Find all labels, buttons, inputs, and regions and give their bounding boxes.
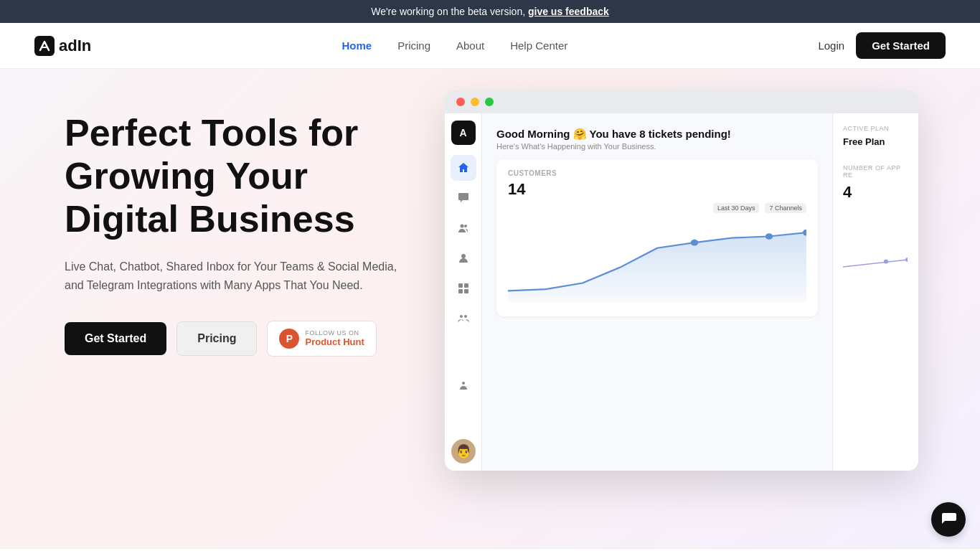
greeting-section: Good Morning 🤗 You have 8 tickets pendin… — [496, 128, 818, 151]
banner-link[interactable]: give us feedback — [528, 6, 609, 17]
banner-text: We're working on the beta version, — [371, 6, 525, 17]
num-app-chart — [843, 249, 908, 273]
sidebar-logo: A — [451, 121, 476, 145]
hero-right: A — [445, 69, 980, 548]
nav-about[interactable]: About — [456, 39, 484, 52]
nav-pricing[interactable]: Pricing — [397, 39, 430, 52]
hero-subtitle: Live Chat, Chatbot, Shared Inbox for You… — [65, 258, 402, 294]
navbar-actions: Login Get Started — [818, 32, 946, 59]
customers-badge2: 7 Channels — [765, 203, 806, 213]
logo-text: adIn — [59, 37, 91, 55]
product-hunt-name: Product Hunt — [305, 336, 364, 347]
hero-buttons: Get Started Pricing P FOLLOW US ON Produ… — [65, 321, 402, 357]
chart-area — [508, 213, 806, 306]
customers-badge1: Last 30 Days — [713, 203, 760, 213]
get-started-nav-button[interactable]: Get Started — [856, 32, 946, 59]
svg-point-3 — [461, 254, 466, 258]
customers-meta: Last 30 Days 7 Channels — [508, 203, 806, 213]
svg-point-12 — [765, 233, 773, 240]
sidebar-team-icon[interactable] — [451, 215, 476, 241]
svg-point-11 — [691, 240, 698, 246]
chat-bubble-button[interactable] — [931, 502, 966, 537]
product-hunt-button[interactable]: P FOLLOW US ON Product Hunt — [267, 321, 376, 357]
dashboard-sidebar: A — [445, 113, 482, 471]
svg-point-1 — [460, 225, 463, 228]
dashboard-window: A — [445, 90, 918, 471]
greeting-sub: Here's What's Happening with Your Busine… — [496, 142, 818, 151]
chat-bubble-icon — [941, 512, 956, 527]
get-started-hero-button[interactable]: Get Started — [65, 322, 166, 355]
svg-point-8 — [460, 315, 463, 318]
svg-rect-7 — [464, 289, 468, 293]
window-titlebar — [445, 90, 918, 113]
dashboard-right-panel: Active Plan Free Plan NUMBER OF APP RE 4 — [832, 113, 918, 471]
customers-chart — [508, 213, 806, 306]
greeting-text: Good Morning 🤗 You have 8 tickets pendin… — [496, 128, 818, 141]
svg-rect-0 — [34, 36, 55, 56]
pricing-button[interactable]: Pricing — [176, 321, 257, 356]
nav-help-center[interactable]: Help Center — [510, 39, 567, 52]
sidebar-apps-icon[interactable] — [451, 276, 476, 301]
main-content: Perfect Tools for Growing Your Digital B… — [0, 69, 980, 548]
num-app-label: NUMBER OF APP RE — [843, 164, 908, 179]
sidebar-home-icon[interactable] — [451, 155, 476, 181]
dashboard-main: Good Morning 🤗 You have 8 tickets pendin… — [482, 113, 832, 471]
svg-point-2 — [464, 225, 467, 227]
svg-rect-6 — [458, 289, 463, 293]
logo-icon — [34, 36, 55, 56]
customers-card: CUSTOMERS 14 Last 30 Days 7 Channels — [496, 159, 818, 316]
logo[interactable]: adIn — [34, 36, 91, 56]
dashboard-cards: CUSTOMERS 14 Last 30 Days 7 Channels — [496, 159, 818, 316]
navbar: adIn Home Pricing About Help Center Logi… — [0, 23, 980, 69]
svg-point-10 — [462, 382, 465, 385]
customers-value: 14 — [508, 180, 806, 199]
hero-title: Perfect Tools for Growing Your Digital B… — [65, 112, 402, 240]
num-app-value: 4 — [843, 183, 908, 202]
svg-rect-5 — [464, 283, 468, 288]
brands-bar: ▲ Vercel amazon ≡ INTERCOM ✦ auth0 — [0, 548, 980, 551]
nav-links: Home Pricing About Help Center — [341, 39, 567, 52]
svg-point-14 — [884, 260, 888, 264]
customers-label: CUSTOMERS — [508, 169, 806, 177]
window-dot-yellow — [471, 98, 479, 106]
hero-section: Perfect Tools for Growing Your Digital B… — [0, 69, 445, 548]
user-avatar[interactable]: 👨 — [451, 439, 476, 463]
sidebar-chat-icon[interactable] — [451, 185, 476, 211]
window-dot-red — [456, 98, 465, 106]
product-hunt-icon: P — [279, 329, 299, 349]
svg-point-9 — [464, 315, 467, 318]
product-hunt-follow-label: FOLLOW US ON — [305, 329, 364, 336]
window-dot-green — [485, 98, 494, 106]
sidebar-settings-icon[interactable] — [451, 372, 476, 398]
sidebar-user-icon[interactable] — [451, 245, 476, 271]
svg-point-15 — [905, 258, 908, 262]
active-plan-value: Free Plan — [843, 136, 908, 147]
login-button[interactable]: Login — [818, 39, 844, 52]
active-plan-label: Active Plan — [843, 125, 908, 132]
sidebar-contacts-icon[interactable] — [451, 306, 476, 331]
top-banner: We're working on the beta version, give … — [0, 0, 980, 23]
svg-rect-4 — [458, 283, 463, 288]
window-body: A — [445, 113, 918, 471]
nav-home[interactable]: Home — [341, 39, 372, 52]
